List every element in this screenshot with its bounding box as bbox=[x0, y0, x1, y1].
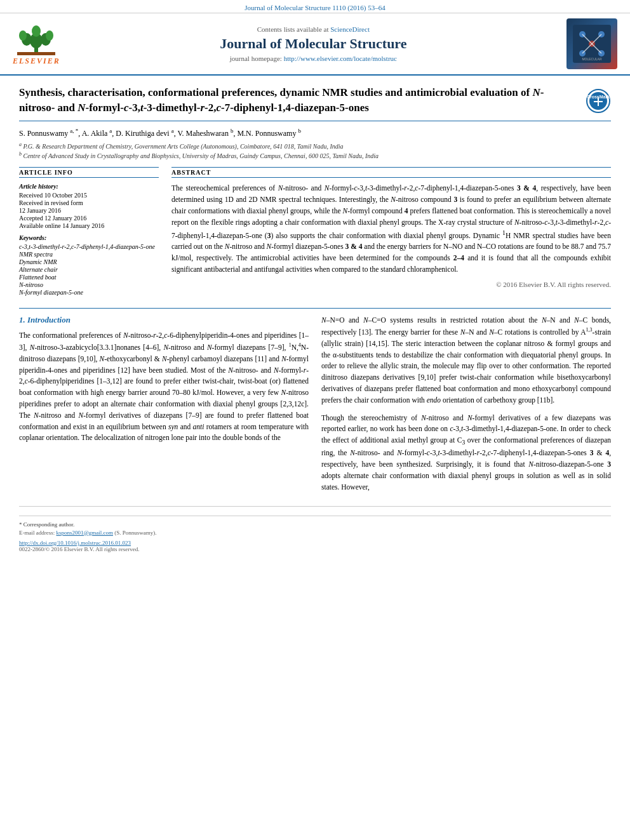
elsevier-tree-icon bbox=[14, 22, 58, 57]
article-title-section: Synthesis, characterisation, conformatio… bbox=[19, 85, 611, 121]
article-title: Synthesis, characterisation, conformatio… bbox=[19, 85, 579, 116]
svg-point-5 bbox=[46, 30, 53, 41]
svg-point-6 bbox=[32, 25, 41, 37]
journal-title-area: Contents lists available at ScienceDirec… bbox=[60, 25, 566, 62]
journal-logo-box: MOLECULAR bbox=[566, 18, 617, 69]
elsevier-brand: ELSEVIER bbox=[13, 57, 60, 66]
keyword-5: Flattened boat bbox=[19, 274, 159, 281]
keyword-7: N-formyl diazepan-5-one bbox=[19, 289, 159, 296]
body-col-right: N–N=O and N–C=O systems results in restr… bbox=[321, 315, 611, 493]
abstract-col: ABSTRACT The stereochemical preferences … bbox=[171, 167, 611, 297]
journal-header: ELSEVIER Contents lists available at Sci… bbox=[0, 13, 630, 76]
received-date: Received 10 October 2015 bbox=[19, 192, 159, 199]
journal-homepage-line: journal homepage: http://www.elsevier.co… bbox=[73, 55, 554, 62]
revised-label: Received in revised form bbox=[19, 199, 159, 206]
svg-point-4 bbox=[19, 30, 27, 41]
available-online: Available online 14 January 2016 bbox=[19, 222, 159, 229]
intro-heading: 1. Introduction bbox=[19, 315, 309, 325]
keyword-2: NMR spectra bbox=[19, 251, 159, 258]
footer-divider bbox=[19, 516, 611, 516]
abstract-section-label: ABSTRACT bbox=[171, 167, 611, 178]
affiliation-a: a P.G. & Research Department of Chemistr… bbox=[19, 142, 611, 150]
journal-logo-icon: MOLECULAR bbox=[573, 25, 611, 63]
journal-citation-bar: Journal of Molecular Structure 1110 (201… bbox=[0, 0, 630, 13]
accepted-date: Accepted 12 January 2016 bbox=[19, 215, 159, 222]
keyword-3: Dynamic NMR bbox=[19, 258, 159, 265]
journal-homepage-link[interactable]: http://www.elsevier.com/locate/molstruc bbox=[284, 55, 397, 62]
email-line: E-mail address: kspons2001@gmail.com (S.… bbox=[19, 530, 611, 536]
article-info-abstract-section: ARTICLE INFO Article history: Received 1… bbox=[19, 167, 611, 297]
journal-citation: Journal of Molecular Structure 1110 (201… bbox=[245, 4, 385, 11]
svg-rect-7 bbox=[17, 52, 55, 55]
intro-body-left: The conformational preferences of N-nitr… bbox=[19, 330, 309, 444]
keyword-6: N-nitroso bbox=[19, 281, 159, 288]
copyright-line: © 2016 Elsevier B.V. All rights reserved… bbox=[171, 281, 611, 288]
issn-text: 0022-2860/© 2016 Elsevier B.V. All right… bbox=[19, 546, 139, 552]
crossmark-icon: CrossMark bbox=[586, 88, 611, 114]
article-footer: * Corresponding author. E-mail address: … bbox=[19, 506, 611, 552]
journal-title: Journal of Molecular Structure bbox=[73, 36, 554, 52]
svg-text:MOLECULAR: MOLECULAR bbox=[582, 57, 602, 61]
abstract-text: The stereochemical preferences of N-nitr… bbox=[171, 183, 611, 275]
corresponding-author-note: * Corresponding author. bbox=[19, 521, 611, 528]
keyword-1: c-3,t-3-dimethyl-r-2,c-7-diphenyl-1,4-di… bbox=[19, 243, 159, 250]
crossmark-badge: CrossMark bbox=[586, 88, 611, 114]
body-section: 1. Introduction The conformational prefe… bbox=[19, 308, 611, 493]
body-two-col: 1. Introduction The conformational prefe… bbox=[19, 315, 611, 493]
intro-body-right-2: Though the stereochemistry of N-nitroso … bbox=[321, 413, 611, 493]
author-email-link[interactable]: kspons2001@gmail.com bbox=[56, 530, 113, 536]
intro-body-right-1: N–N=O and N–C=O systems results in restr… bbox=[321, 315, 611, 406]
body-col-left: 1. Introduction The conformational prefe… bbox=[19, 315, 309, 493]
article-info-section-label: ARTICLE INFO bbox=[19, 167, 159, 178]
article-info-col: ARTICLE INFO Article history: Received 1… bbox=[19, 167, 159, 297]
sciencedirect-link[interactable]: ScienceDirect bbox=[330, 25, 370, 33]
sciencedirect-line: Contents lists available at ScienceDirec… bbox=[73, 25, 554, 33]
article-content: Synthesis, characterisation, conformatio… bbox=[0, 76, 630, 565]
authors-line: S. Ponnuswamy a, *, A. Akila a, D. Kirut… bbox=[19, 128, 611, 138]
keywords-section: Keywords: c-3,t-3-dimethyl-r-2,c-7-diphe… bbox=[19, 234, 159, 296]
revised-date: 12 January 2016 bbox=[19, 207, 159, 214]
affiliation-b: b Centre of Advanced Study in Crystallog… bbox=[19, 151, 611, 159]
elsevier-logo-area: ELSEVIER bbox=[13, 22, 60, 66]
keyword-4: Alternate chair bbox=[19, 266, 159, 273]
article-history-label: Article history: bbox=[19, 183, 159, 190]
doi-link[interactable]: http://dx.doi.org/10.1016/j.molstruc.201… bbox=[19, 540, 131, 546]
keywords-label: Keywords: bbox=[19, 234, 159, 241]
